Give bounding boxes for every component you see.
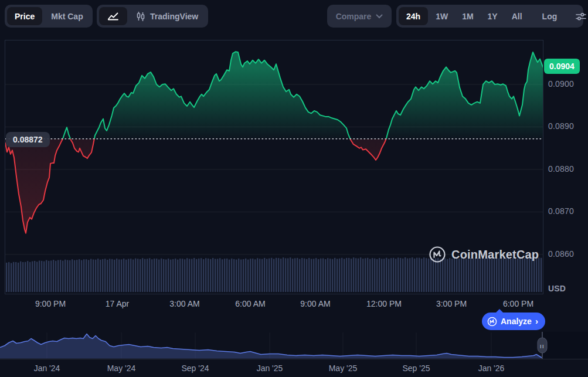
- volume-bar: [62, 261, 63, 292]
- volume-bar: [285, 258, 286, 292]
- x-axis-tick: 6:00 AM: [235, 299, 265, 308]
- volume-bar: [273, 259, 274, 293]
- volume-bar: [179, 259, 181, 292]
- volume-bar: [458, 259, 460, 292]
- analyze-button[interactable]: Analyze ›: [482, 313, 545, 330]
- volume-bar: [215, 259, 216, 293]
- volume-bar: [144, 259, 145, 292]
- minimap-tick: Sep '25: [402, 364, 430, 373]
- volume-bar: [294, 258, 295, 292]
- candlestick-icon: [136, 11, 145, 22]
- volume-bar: [156, 259, 157, 292]
- volume-bar: [149, 258, 150, 292]
- chart-settings-button[interactable]: [570, 11, 588, 22]
- volume-bar: [529, 259, 530, 292]
- volume-bar: [200, 258, 202, 292]
- volume-bar: [243, 259, 244, 292]
- volume-bar: [60, 260, 61, 292]
- price-tab[interactable]: Price: [7, 7, 42, 25]
- volume-bar: [395, 259, 396, 292]
- range-1w-button[interactable]: 1W: [429, 12, 454, 21]
- volume-bar: [158, 260, 159, 293]
- volume-bar: [72, 259, 73, 292]
- x-axis-tick: 3:00 PM: [436, 299, 467, 308]
- volume-bar: [339, 259, 340, 292]
- volume-bar: [346, 258, 347, 292]
- volume-bar: [165, 260, 166, 293]
- volume-bar: [318, 259, 319, 292]
- range-handle-grip-icon: II: [540, 344, 545, 349]
- volume-bar: [151, 259, 152, 292]
- volume-bar: [348, 258, 349, 292]
- volume-bar: [405, 257, 406, 292]
- watermark-text: CoinMarketCap: [451, 248, 539, 261]
- volume-bar: [193, 258, 195, 292]
- volume-bar: [276, 258, 277, 292]
- volume-bar: [278, 258, 279, 292]
- volume-bar: [369, 259, 371, 292]
- volume-bar: [503, 259, 504, 292]
- volume-bar: [203, 259, 204, 292]
- volume-bar: [290, 257, 291, 292]
- volume-bar: [266, 259, 267, 293]
- volume-bar: [93, 260, 94, 293]
- volume-bar: [240, 260, 242, 293]
- volume-bar: [332, 259, 333, 292]
- volume-bar: [196, 259, 197, 292]
- volume-bar: [111, 259, 113, 292]
- volume-bar: [386, 258, 387, 292]
- compare-dropdown[interactable]: Compare: [327, 5, 392, 28]
- volume-bar: [222, 259, 223, 292]
- volume-bar: [381, 259, 382, 292]
- x-axis-tick: 6:00 PM: [503, 299, 533, 308]
- volume-bar: [280, 259, 281, 292]
- volume-bar: [233, 259, 234, 292]
- volume-bar: [353, 257, 354, 292]
- volume-bar: [257, 258, 258, 292]
- mktcap-tab[interactable]: Mkt Cap: [43, 7, 90, 25]
- time-range-group: 24h 1W 1M 1Y All Log: [396, 5, 583, 28]
- volume-bar: [191, 259, 192, 293]
- volume-bar: [283, 257, 284, 292]
- volume-bar: [245, 259, 246, 292]
- range-1y-button[interactable]: 1Y: [481, 12, 504, 21]
- volume-bar: [484, 259, 485, 292]
- volume-bar: [121, 259, 122, 292]
- volume-bar: [444, 259, 446, 292]
- range-24h-button[interactable]: 24h: [399, 7, 428, 25]
- volume-bar: [205, 258, 206, 292]
- sliders-icon: [575, 11, 587, 22]
- tradingview-label: TradingView: [150, 12, 198, 21]
- price-chart-page: Price Mkt Cap TradingView Compare: [0, 0, 588, 377]
- range-1m-button[interactable]: 1M: [456, 12, 480, 21]
- volume-bar: [337, 259, 338, 292]
- volume-bar: [264, 258, 265, 292]
- coinmarketcap-logo-icon: [429, 246, 446, 263]
- volume-bar: [97, 259, 98, 292]
- volume-bar: [407, 259, 408, 292]
- volume-bar: [74, 260, 75, 292]
- volume-bar: [358, 259, 359, 292]
- volume-bar: [372, 258, 373, 292]
- volume-bar: [57, 260, 59, 293]
- volume-bar: [252, 259, 253, 292]
- volume-bar: [304, 259, 305, 292]
- volume-bar: [147, 259, 148, 292]
- analyze-label: Analyze: [501, 317, 532, 326]
- range-all-button[interactable]: All: [505, 12, 529, 21]
- x-axis-tick: 9:00 PM: [35, 299, 66, 308]
- history-minimap[interactable]: II: [0, 332, 588, 360]
- chevron-down-icon: [376, 14, 383, 19]
- volume-bar: [325, 259, 326, 292]
- volume-bar: [130, 259, 131, 292]
- volume-bar: [132, 260, 134, 293]
- volume-bar: [247, 260, 249, 292]
- volume-bar: [390, 258, 392, 292]
- volume-bar: [86, 259, 87, 292]
- tradingview-button[interactable]: TradingView: [128, 7, 206, 25]
- log-scale-button[interactable]: Log: [536, 12, 564, 21]
- coinmarketcap-watermark: CoinMarketCap: [429, 246, 539, 263]
- volume-bar: [224, 259, 225, 292]
- line-chart-type-button[interactable]: [99, 7, 127, 25]
- volume-bar: [412, 257, 413, 292]
